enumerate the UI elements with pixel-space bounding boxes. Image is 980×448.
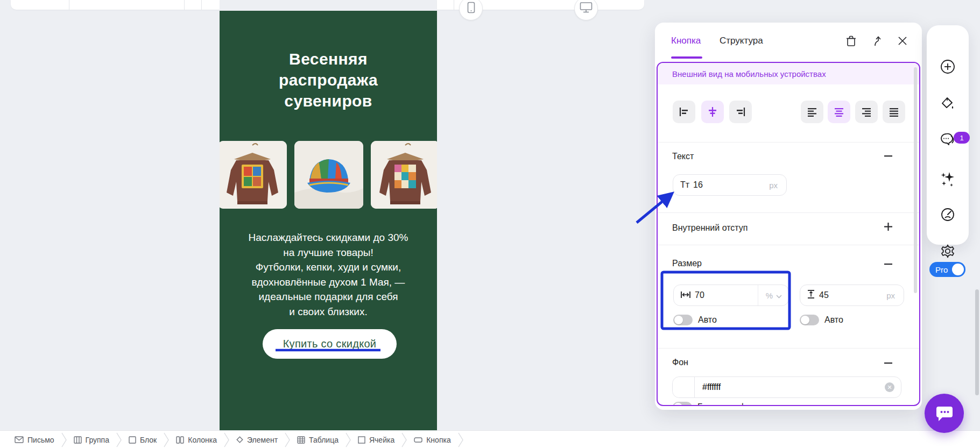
breadcrumb: Письмо Группа Блок Колонка Элемент Табли… [0, 430, 980, 448]
notification-badge: 1 [954, 132, 970, 144]
element-icon [236, 436, 243, 443]
plus-circle-icon [940, 59, 955, 74]
text-align-center-button[interactable] [828, 101, 850, 123]
collapse-background-section-button[interactable] [884, 359, 892, 367]
email-cta-label: Купить со скидкой [283, 338, 377, 350]
align-block-center-button[interactable] [701, 101, 724, 123]
background-color-value: #ffffff [702, 382, 721, 392]
trash-icon [846, 35, 856, 47]
support-chat-button[interactable] [925, 394, 964, 433]
breadcrumb-item-group[interactable]: Группа [67, 436, 116, 444]
minus-icon [884, 362, 892, 364]
toolbar-divider [69, 0, 69, 10]
product-image-cap[interactable] [294, 141, 363, 209]
font-size-input[interactable]: Tт 16 px [673, 174, 787, 196]
settings-button[interactable] [927, 244, 969, 259]
gear-icon [940, 244, 955, 259]
email-body-line: Футболки, кепки, худи и сумки, [220, 260, 437, 275]
align-block-right-button[interactable] [729, 101, 752, 123]
active-tab-underline [671, 56, 702, 59]
clear-color-icon[interactable]: ✕ [885, 382, 894, 392]
page-scrollbar[interactable] [975, 289, 979, 395]
group-icon [74, 436, 82, 444]
text-section-label: Текст [672, 152, 694, 161]
text-align-right-icon [861, 106, 872, 118]
performance-button[interactable] [927, 207, 969, 222]
no-background-label: Без цвета фона [697, 402, 760, 406]
email-title-line: сувениров [220, 90, 437, 111]
breadcrumb-item-button[interactable]: Кнопка [407, 436, 457, 444]
toolbar-divider [184, 0, 185, 10]
breadcrumb-item-letter[interactable]: Письмо [8, 436, 61, 444]
color-swatch[interactable] [673, 377, 695, 397]
breadcrumb-item-element[interactable]: Элемент [229, 436, 285, 444]
section-divider [658, 348, 919, 349]
width-input[interactable]: 70 % [673, 285, 789, 306]
breadcrumb-item-cell[interactable]: Ячейка [351, 436, 401, 444]
email-body-line: вдохновлённые духом 1 Мая, — [220, 275, 437, 290]
width-auto-row: Авто [673, 315, 717, 325]
breadcrumb-item-table[interactable]: Таблица [290, 436, 346, 444]
height-auto-row: Авто [800, 315, 843, 325]
email-title-line: Весенняя [220, 48, 437, 69]
mobile-appearance-box: Внешний вид на мобильных устройствах [657, 62, 920, 406]
height-value: 45 [819, 290, 829, 300]
delete-button[interactable] [845, 35, 857, 47]
email-cta-button[interactable]: Купить со скидкой [263, 329, 397, 359]
tab-structure[interactable]: Структура [720, 35, 763, 46]
collapse-size-section-button[interactable] [884, 260, 892, 268]
expand-padding-section-button[interactable] [884, 222, 892, 231]
breadcrumb-separator [285, 431, 290, 448]
product-image-sweatshirt-2[interactable] [371, 141, 437, 209]
desktop-preview-button[interactable] [574, 0, 598, 20]
ai-assistant-button[interactable] [927, 170, 969, 187]
height-auto-toggle[interactable] [800, 315, 819, 325]
align-right-icon [735, 106, 746, 118]
breadcrumb-item-column[interactable]: Колонка [169, 436, 224, 444]
height-icon [807, 290, 815, 301]
align-block-left-button[interactable] [673, 101, 695, 123]
close-icon [898, 36, 907, 46]
chevron-down-icon[interactable] [776, 291, 782, 300]
top-toolbar-left [11, 0, 220, 10]
breadcrumb-item-block[interactable]: Блок [122, 436, 164, 444]
font-size-value: 16 [693, 180, 703, 190]
section-divider [658, 245, 919, 245]
email-title-line: распродажа [220, 69, 437, 90]
add-block-button[interactable] [927, 59, 969, 74]
mobile-preview-button[interactable] [459, 0, 483, 20]
text-align-justify-button[interactable] [883, 101, 905, 123]
button-icon [414, 437, 422, 443]
background-color-input[interactable]: #ffffff ✕ [672, 376, 901, 398]
sparkles-icon [940, 170, 956, 187]
close-button[interactable] [897, 35, 908, 47]
product-image-sweatshirt-1[interactable] [220, 141, 287, 209]
envelope-icon [15, 436, 24, 443]
styles-button[interactable] [927, 96, 969, 111]
tab-button[interactable]: Кнопка [671, 35, 701, 46]
text-align-right-button[interactable] [855, 101, 878, 123]
cell-icon [358, 436, 365, 444]
table-icon [297, 436, 305, 444]
chat-bubble-icon [935, 404, 954, 423]
width-auto-toggle[interactable] [673, 315, 693, 325]
width-icon [681, 290, 690, 300]
pro-toggle[interactable]: Pro [929, 262, 965, 277]
no-background-row: Без цвета фона [673, 402, 760, 406]
no-background-toggle[interactable] [673, 402, 692, 406]
chat-bubbles-icon [940, 132, 956, 147]
pro-label: Pro [935, 265, 948, 274]
arrow-up-icon [873, 35, 884, 47]
minus-icon [884, 155, 892, 157]
email-title: Весенняя распродажа сувениров [220, 48, 437, 111]
phone-icon [467, 2, 475, 16]
height-input[interactable]: 45 px [800, 285, 904, 306]
plus-icon [884, 223, 892, 231]
text-align-left-button[interactable] [801, 101, 823, 123]
move-up-button[interactable] [872, 35, 884, 47]
toolbar-divider [201, 0, 202, 10]
email-body-line: на лучшие товары! [220, 245, 437, 260]
panel-scrollbar[interactable] [914, 67, 917, 293]
collapse-text-section-button[interactable] [884, 152, 892, 160]
email-body-line: и своих близких. [220, 304, 437, 319]
